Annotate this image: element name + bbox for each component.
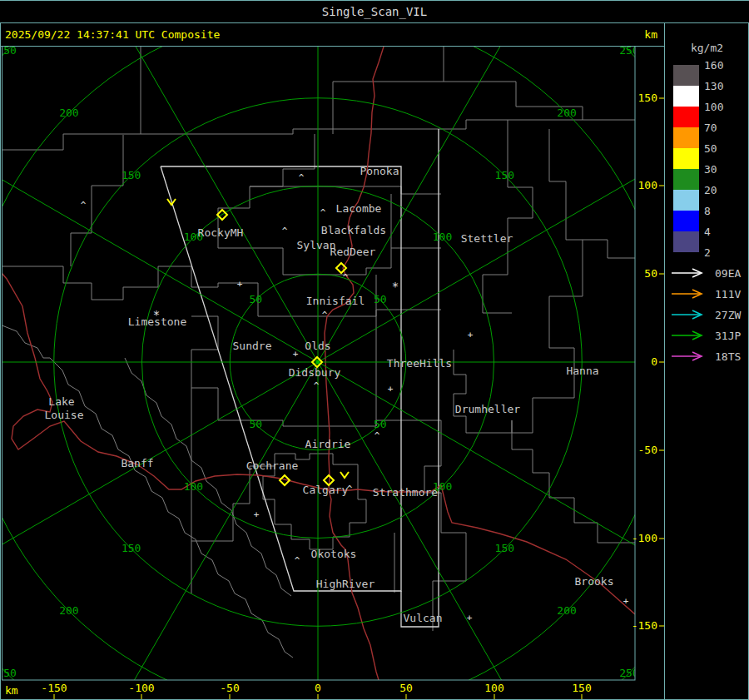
radar-id-label: 18TS: [715, 350, 741, 363]
county-line: [191, 466, 275, 541]
city-label: Calgary: [303, 484, 349, 496]
scale-value-label: 130: [704, 81, 737, 92]
radar-viewer-window: { "title_bar": { "title": "Single_Scan_V…: [0, 0, 749, 700]
city-label: Banff: [121, 457, 153, 469]
city-label: Brooks: [575, 575, 614, 588]
svg-text:50: 50: [374, 293, 387, 305]
scale-color-box: [673, 65, 699, 86]
city-label: Olds: [305, 340, 330, 352]
city-label: Vulcan: [404, 612, 443, 624]
caret-marker: ^: [343, 272, 349, 283]
radar-id-label: 09EA: [715, 267, 741, 280]
caret-marker: ^: [322, 310, 328, 320]
radar-map: 5050505010010010010015015015015020020020…: [0, 0, 749, 700]
x-axis-unit-label: km: [5, 684, 18, 697]
city-label: RockyMH: [198, 226, 244, 239]
svg-text:250: 250: [619, 667, 638, 679]
radar-id-label: 31JP: [715, 330, 741, 342]
azimuth-spokes: [0, 0, 749, 700]
caret-marker: ^: [81, 200, 87, 211]
county-line: [583, 240, 635, 258]
y-tick-label: -50: [638, 444, 657, 456]
x-tick-label: 100: [484, 682, 503, 694]
svg-text:100: 100: [184, 480, 203, 493]
county-line: [0, 266, 218, 300]
caret-marker: ^: [282, 226, 288, 236]
legend-panel: kg/m2 16013010070503020842 09EA 111V 27Z…: [665, 23, 749, 700]
caret-marker: ^: [295, 555, 300, 566]
caret-marker: ^: [299, 172, 305, 183]
caret-marker: ^: [314, 380, 320, 391]
y-tick-label: 50: [644, 267, 657, 280]
svg-text:50: 50: [249, 418, 262, 430]
scale-value-label: 8: [704, 206, 737, 216]
radar-arrow-icon: [670, 350, 707, 362]
scale-value-label: 160: [704, 60, 737, 71]
city-label: Louise: [45, 409, 84, 421]
plus-marker: +: [467, 613, 473, 623]
city-label: Ponoka: [360, 165, 399, 177]
radar-arrow-icon: [670, 309, 707, 320]
map-content: 5050505010010010010015015015015020020020…: [0, 0, 749, 700]
city-label: Innisfail: [306, 295, 365, 307]
city-label: Didsbury: [289, 366, 341, 379]
caret-marker: ^: [320, 207, 326, 218]
scale-color-box: [673, 169, 699, 190]
radar-legend-row: 27ZW: [670, 309, 749, 320]
scale-value-label: 50: [704, 143, 737, 154]
svg-text:150: 150: [495, 542, 514, 554]
svg-text:150: 150: [122, 542, 141, 554]
radar-id-label: 27ZW: [715, 309, 741, 321]
svg-text:200: 200: [557, 604, 576, 617]
scale-color-box: [673, 211, 699, 231]
scale-value-label: 100: [704, 102, 737, 112]
svg-text:200: 200: [59, 604, 78, 617]
radar-legend-row: 31JP: [670, 330, 749, 341]
range-ring: [0, 0, 749, 700]
y-tick-label: 100: [638, 179, 657, 191]
plus-marker: +: [293, 349, 299, 360]
highway: [329, 485, 635, 614]
radar-legend-row: 111V: [670, 288, 749, 300]
county-line: [512, 420, 635, 543]
scale-color-box: [673, 107, 699, 127]
legend-unit-label: kg/m2: [665, 42, 749, 54]
city-label: Strathmore: [373, 486, 438, 499]
city-label: Lacombe: [336, 202, 382, 215]
x-tick-label: -50: [220, 682, 239, 694]
svg-text:150: 150: [495, 169, 514, 181]
county-line: [71, 135, 123, 266]
scale-color-box: [673, 190, 699, 211]
scale-value-label: 2: [704, 247, 737, 258]
county-line: [333, 47, 444, 134]
city-label: Stettler: [461, 232, 513, 245]
range-rings: [0, 0, 749, 700]
radar-legend-row: 09EA: [670, 267, 749, 279]
x-tick-label: -150: [41, 682, 67, 694]
plus-marker: +: [388, 384, 394, 395]
city-label: Blackfalds: [321, 224, 386, 236]
scale-value-label: 30: [704, 164, 737, 175]
scale-color-box: [673, 148, 699, 169]
city-label: Okotoks: [311, 548, 357, 560]
city-label: Sundre: [233, 340, 272, 352]
plus-marker: +: [623, 596, 629, 607]
x-tick-label: 0: [315, 682, 321, 694]
radar-id-label: 111V: [715, 288, 741, 300]
county-line: [512, 129, 583, 433]
asterisk-marker: *: [392, 280, 399, 293]
city-label: Lake: [48, 395, 74, 408]
x-tick-label: 50: [399, 682, 413, 694]
scale-color-box: [673, 86, 699, 107]
plus-marker: +: [237, 279, 243, 290]
y-tick-label: -100: [632, 532, 657, 544]
city-label: RedDeer: [330, 246, 376, 258]
x-tick-label: 150: [572, 682, 591, 694]
caret-marker: ^: [374, 430, 380, 441]
radar-legend-row: 18TS: [670, 350, 749, 362]
scale-value-label: 20: [704, 185, 737, 196]
county-line: [483, 120, 533, 313]
caret-marker: ^: [347, 484, 353, 494]
svg-text:200: 200: [59, 107, 78, 119]
y-tick-label: -150: [632, 619, 657, 632]
